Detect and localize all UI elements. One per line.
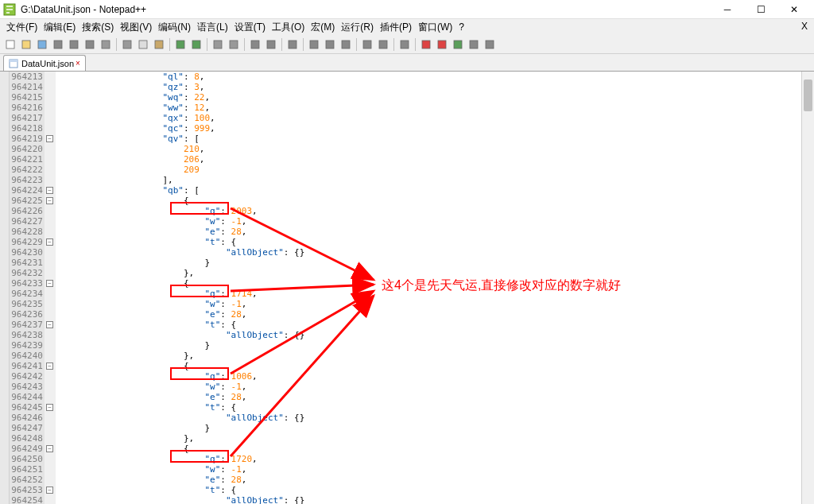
code-line[interactable]: "q": 1006, (56, 371, 801, 382)
code-line[interactable]: { (56, 196, 801, 206)
code-line[interactable]: "t": { (56, 485, 801, 495)
menu-macro[interactable]: 宏(M) (308, 19, 338, 36)
code-line[interactable]: }, (56, 351, 801, 361)
fold-toggle-icon[interactable]: − (46, 445, 53, 452)
toolbar-chars-icon[interactable] (323, 37, 337, 52)
toolbar-close-icon[interactable] (67, 37, 81, 52)
code-line[interactable]: "e": 28, (56, 309, 801, 320)
code-line[interactable]: "w": -1, (56, 299, 801, 309)
code-line[interactable]: "ql": 8, (56, 72, 801, 82)
tab-close-icon[interactable]: × (76, 59, 80, 68)
fold-toggle-icon[interactable]: − (46, 280, 53, 287)
toolbar-play-multi-icon[interactable] (467, 37, 481, 52)
code-line[interactable]: "e": 28, (56, 475, 801, 485)
code-line[interactable]: } (56, 258, 801, 268)
toolbar-save-all-icon[interactable] (51, 37, 65, 52)
toolbar-close-all-icon[interactable] (83, 37, 97, 52)
toolbar-zoom-in-icon[interactable] (248, 37, 262, 52)
code-line[interactable]: "qz": 3, (56, 82, 801, 92)
fold-toggle-icon[interactable]: − (46, 321, 53, 328)
fold-toggle-icon[interactable]: − (46, 404, 53, 411)
code-line[interactable]: "q": 1714, (56, 289, 801, 299)
toolbar-copy-icon[interactable] (136, 37, 150, 52)
toolbar-fold-icon[interactable] (360, 37, 374, 52)
toolbar-find-icon[interactable] (211, 37, 225, 52)
code-line[interactable]: "t": { (56, 320, 801, 330)
fold-toggle-icon[interactable]: − (46, 197, 53, 204)
code-line[interactable]: }, (56, 433, 801, 444)
code-line[interactable]: }, (56, 268, 801, 278)
code-line[interactable]: "q": 1720, (56, 454, 801, 464)
menu-encoding[interactable]: 编码(N) (155, 19, 194, 36)
toolbar-cut-icon[interactable] (120, 37, 134, 52)
minimize-button[interactable]: ─ (711, 1, 744, 18)
toolbar-zoom-out-icon[interactable] (264, 37, 278, 52)
menu-help[interactable]: ? (455, 20, 467, 34)
toolbar-wrap-icon[interactable] (307, 37, 321, 52)
code-line[interactable]: "ww": 12, (56, 103, 801, 113)
code-line[interactable]: 206, (56, 154, 801, 165)
menu-window[interactable]: 窗口(W) (415, 19, 455, 36)
toolbar-hide-icon[interactable] (397, 37, 412, 52)
fold-toggle-icon[interactable]: − (46, 135, 53, 142)
menu-settings[interactable]: 设置(T) (231, 19, 269, 36)
menu-edit[interactable]: 编辑(E) (41, 19, 79, 36)
line-number-gutter[interactable]: 9642139642149642159642169642179642189642… (10, 72, 45, 504)
code-line[interactable]: "w": -1, (56, 216, 801, 227)
toolbar-replace-icon[interactable] (227, 37, 241, 52)
code-area[interactable]: "ql": 8, "qz": 3, "wq": 22, "ww": 12, "q… (56, 72, 801, 504)
code-line[interactable]: "t": { (56, 237, 801, 247)
scrollbar-thumb[interactable] (804, 79, 812, 111)
menu-view[interactable]: 视图(V) (117, 19, 155, 36)
code-line[interactable]: "e": 28, (56, 227, 801, 237)
fold-gutter[interactable]: −−−−−−−−−− (45, 72, 56, 504)
code-line[interactable]: "allObject": {} (56, 495, 801, 504)
toolbar-save-icon[interactable] (35, 37, 49, 52)
code-line[interactable]: 210, (56, 144, 801, 154)
code-line[interactable]: } (56, 340, 801, 351)
code-line[interactable]: "qv": [ (56, 134, 801, 144)
close-button[interactable]: ✕ (777, 1, 811, 18)
code-line[interactable]: "qc": 999, (56, 123, 801, 134)
fold-toggle-icon[interactable]: − (46, 487, 53, 494)
toolbar-new-icon[interactable] (3, 37, 17, 52)
code-line[interactable]: "allObject": {} (56, 413, 801, 423)
code-line[interactable]: "allObject": {} (56, 330, 801, 340)
code-line[interactable]: ], (56, 175, 801, 185)
toolbar-sync-icon[interactable] (285, 37, 300, 52)
code-line[interactable]: "allObject": {} (56, 247, 801, 258)
code-line[interactable]: "wq": 22, (56, 92, 801, 103)
code-line[interactable]: "q": 2003, (56, 206, 801, 216)
toolbar-undo-icon[interactable] (173, 37, 188, 52)
code-line[interactable]: { (56, 444, 801, 454)
code-line[interactable]: "t": { (56, 402, 801, 413)
toolbar-save-macro-icon[interactable] (483, 37, 497, 52)
code-line[interactable]: "w": -1, (56, 382, 801, 392)
toolbar-open-icon[interactable] (19, 37, 33, 52)
toolbar-play-icon[interactable] (451, 37, 465, 52)
code-line[interactable]: "qx": 100, (56, 113, 801, 123)
toolbar-rec-icon[interactable] (419, 37, 433, 52)
menu-file[interactable]: 文件(F) (3, 19, 41, 36)
menu-plugins[interactable]: 插件(P) (377, 19, 415, 36)
maximize-button[interactable]: ☐ (744, 1, 777, 18)
fold-toggle-icon[interactable]: − (46, 238, 53, 246)
code-line[interactable]: "e": 28, (56, 392, 801, 402)
code-line[interactable]: "w": -1, (56, 464, 801, 475)
menu-language[interactable]: 语言(L) (194, 19, 231, 36)
toolbar-unfold-icon[interactable] (376, 37, 390, 52)
menubar-close-icon[interactable]: X (801, 21, 808, 32)
menu-search[interactable]: 搜索(S) (79, 19, 117, 36)
menu-tools[interactable]: 工具(O) (269, 19, 308, 36)
bookmark-margin[interactable] (0, 72, 10, 504)
menu-run[interactable]: 运行(R) (338, 19, 377, 36)
code-line[interactable]: { (56, 278, 801, 289)
toolbar-indent-icon[interactable] (339, 37, 353, 52)
fold-toggle-icon[interactable]: − (46, 187, 53, 194)
tab-dataunit[interactable]: DataUnit.json× (3, 55, 86, 71)
toolbar-print-icon[interactable] (99, 37, 113, 52)
toolbar-redo-icon[interactable] (189, 37, 204, 52)
toolbar-stop-icon[interactable] (435, 37, 449, 52)
code-line[interactable]: "qb": [ (56, 185, 801, 196)
code-line[interactable]: } (56, 423, 801, 433)
